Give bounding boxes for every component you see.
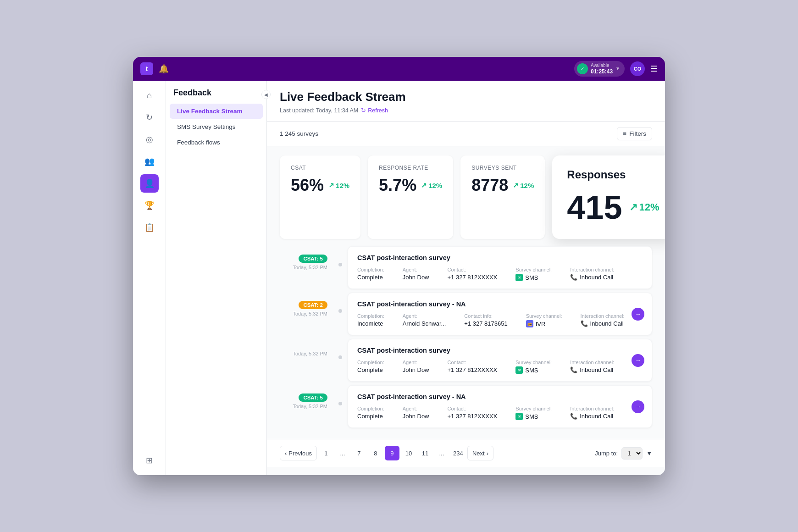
bell-icon[interactable]: 🔔 <box>159 64 169 74</box>
nav-item-sms-settings[interactable]: SMS Survey Settings <box>170 119 263 134</box>
page-btn-1[interactable]: 1 <box>319 446 333 460</box>
jump-to-label: Jump to: <box>595 450 618 457</box>
nav-panel: Feedback Live Feedback Stream SMS Survey… <box>166 81 267 475</box>
trend-up-icon3: ↗ <box>513 181 519 189</box>
prev-label: Previous <box>288 450 312 457</box>
timeline-dot-2 <box>338 309 342 313</box>
nav-item-feedback-flows[interactable]: Feedback flows <box>170 135 263 150</box>
filters-button[interactable]: ≡ Filters <box>617 127 652 140</box>
page-title: Live Feedback Stream <box>280 90 652 104</box>
stats-row: CSAT 56% ↗ 12% Response rate 5.7% <box>267 146 665 239</box>
survey-list: CSAT: 5 Today, 5:32 PM CSAT post-interac… <box>267 239 665 435</box>
page-btn-11[interactable]: 11 <box>418 446 432 460</box>
field-interaction-channel-2: Interaction channel: 📞 Inbound Call <box>581 313 625 327</box>
page-btn-ellipsis2: ... <box>434 446 449 460</box>
survey-arrow-2[interactable]: → <box>632 308 644 321</box>
timeline-dot-3 <box>338 355 342 359</box>
timeline-4: CSAT: 5 Today, 5:32 PM <box>280 385 335 409</box>
field-agent-1: Agent: John Dow <box>403 267 429 281</box>
timeline-1: CSAT: 5 Today, 5:32 PM <box>280 246 335 270</box>
next-button[interactable]: Next › <box>467 446 493 460</box>
field-survey-channel-3: Survey channel: ✉ SMS <box>515 360 552 374</box>
responses-title: Responses <box>567 168 659 181</box>
nav-collapse-button[interactable]: ◀ <box>261 90 271 99</box>
page-btn-7[interactable]: 7 <box>352 446 366 460</box>
sidebar-item-refresh[interactable]: ↻ <box>140 108 159 127</box>
refresh-icon: ↻ <box>361 107 366 114</box>
surveys-sent-change: ↗ 12% <box>513 181 534 189</box>
field-completion-1: Completion: Complete <box>357 267 384 281</box>
menu-icon[interactable]: ☰ <box>650 64 658 74</box>
next-label: Next <box>472 450 485 457</box>
page-btn-8[interactable]: 8 <box>368 446 383 460</box>
survey-time-1: Today, 5:32 PM <box>293 265 327 270</box>
survey-card-title-4: CSAT post-interaction survey - NA <box>357 393 643 400</box>
avatar[interactable]: CO <box>630 61 645 76</box>
survey-count: 1 245 surveys <box>280 130 318 137</box>
top-bar: t 🔔 ✓ Available 01:25:43 ▼ CO ☰ <box>133 57 665 81</box>
next-icon: › <box>487 450 488 457</box>
phone-icon-3: 📞 <box>570 366 577 373</box>
stat-value-csat: 56% ↗ 12% <box>291 176 349 195</box>
trend-up-icon4: ↗ <box>629 201 637 213</box>
responses-number: 415 <box>567 188 622 226</box>
page-btn-ellipsis1: ... <box>335 446 350 460</box>
survey-arrow-3[interactable]: → <box>632 354 644 367</box>
top-bar-left: t 🔔 <box>140 62 169 75</box>
survey-row-2: CSAT: 2 Today, 5:32 PM CSAT post-interac… <box>280 293 652 335</box>
last-updated: Last updated: Today, 11:34 AM ↻ Refresh <box>280 107 652 114</box>
stat-label-csat: CSAT <box>291 165 349 171</box>
status-dot-icon: ✓ <box>577 63 588 74</box>
stat-card-responses: Responses 415 ↗ 12% <box>552 155 665 239</box>
survey-card-title-3: CSAT post-interaction survey <box>357 347 643 354</box>
nav-section-title: Feedback <box>166 88 266 103</box>
csat-badge-2: CSAT: 2 <box>299 301 327 309</box>
stat-card-response-rate: Response rate 5.7% ↗ 12% <box>368 155 453 239</box>
survey-card-2: CSAT post-interaction survey - NA Comple… <box>348 293 652 335</box>
prev-button[interactable]: ‹ Previous <box>280 446 317 460</box>
survey-time-2: Today, 5:32 PM <box>293 311 327 316</box>
page-btn-9[interactable]: 9 <box>385 446 399 460</box>
sidebar-item-home[interactable]: ⌂ <box>140 86 159 105</box>
status-badge[interactable]: ✓ Available 01:25:43 ▼ <box>574 61 625 77</box>
refresh-button[interactable]: ↻ Refresh <box>361 107 388 114</box>
sidebar-item-grid[interactable]: ⊞ <box>140 451 159 470</box>
top-bar-right: ✓ Available 01:25:43 ▼ CO ☰ <box>574 61 658 77</box>
sidebar-item-people-active[interactable]: 👤 <box>140 174 159 193</box>
chevron-down-icon: ▼ <box>615 66 620 71</box>
csat-badge-4: CSAT: 5 <box>299 393 327 402</box>
csat-badge-1: CSAT: 5 <box>299 255 327 263</box>
status-label: Available <box>591 63 613 68</box>
sidebar-item-users[interactable]: 👥 <box>140 152 159 171</box>
sidebar-item-clipboard[interactable]: 📋 <box>140 218 159 237</box>
survey-card-title-2: CSAT post-interaction survey - NA <box>357 300 643 308</box>
page-btn-10[interactable]: 10 <box>401 446 416 460</box>
survey-arrow-4[interactable]: → <box>632 400 644 413</box>
survey-card-title-1: CSAT post-interaction survey <box>357 254 643 261</box>
pagination-pages: ‹ Previous 1 ... 7 8 9 10 11 ... 234 Nex… <box>280 446 493 460</box>
content-header: Live Feedback Stream Last updated: Today… <box>267 81 665 122</box>
nav-item-live-feedback[interactable]: Live Feedback Stream <box>170 104 263 119</box>
field-survey-channel-1: Survey channel: ✉ SMS <box>515 267 552 281</box>
logo-icon: t <box>140 62 153 75</box>
jump-to-select[interactable]: 1 <box>621 447 643 460</box>
field-interaction-channel-3: Interaction channel: 📞 Inbound Call <box>570 360 614 374</box>
field-contact-1: Contact: +1 327 812XXXXX <box>448 267 498 281</box>
response-rate-number: 5.7% <box>379 176 416 195</box>
jump-to: Jump to: 1 ▼ <box>595 447 652 460</box>
sidebar: ⌂ ↻ ◎ 👥 👤 🏆 📋 ⊞ <box>133 81 166 475</box>
field-agent-2: Agent: Arnold Schwar... <box>403 313 446 327</box>
stat-card-csat: CSAT 56% ↗ 12% <box>280 155 360 239</box>
survey-card-fields-2: Completion: Incomlete Agent: Arnold Schw… <box>357 313 643 327</box>
page-btn-234[interactable]: 234 <box>451 446 466 460</box>
sidebar-item-globe[interactable]: ◎ <box>140 130 159 149</box>
response-rate-change: ↗ 12% <box>421 181 442 189</box>
csat-number: 56% <box>291 176 324 195</box>
filters-label: Filters <box>629 130 646 137</box>
trend-up-icon: ↗ <box>328 181 334 189</box>
sidebar-item-trophy[interactable]: 🏆 <box>140 196 159 215</box>
survey-card-fields-3: Completion: Complete Agent: John Dow Con… <box>357 360 643 374</box>
stat-label-response-rate: Response rate <box>379 165 442 171</box>
stat-card-surveys-sent: Surveys sent 8778 ↗ 12% <box>460 155 545 239</box>
field-interaction-channel-1: Interaction channel: 📞 Inbound Call <box>570 267 614 281</box>
